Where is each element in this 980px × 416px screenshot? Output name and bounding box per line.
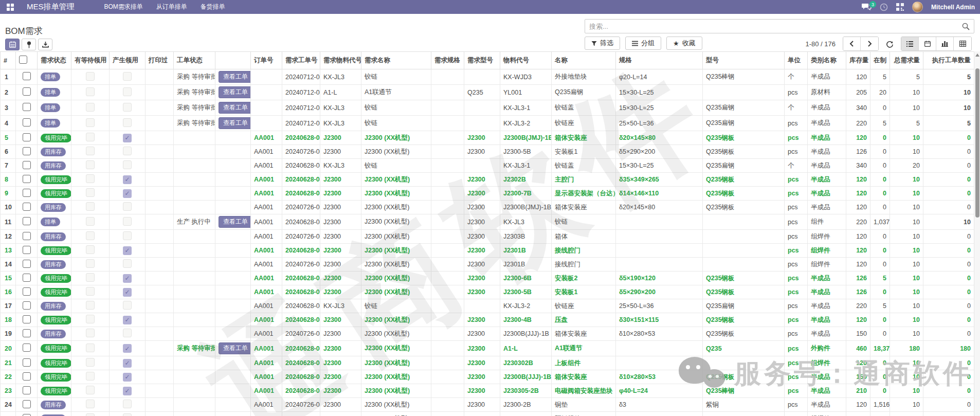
download-button[interactable]	[38, 39, 52, 50]
gen-pick-checkbox[interactable]	[123, 400, 132, 408]
gen-pick-checkbox[interactable]	[123, 202, 132, 211]
row-checkbox[interactable]	[23, 189, 31, 197]
gen-pick-checkbox[interactable]: ✓	[123, 359, 132, 368]
waiting-pick-checkbox[interactable]	[86, 133, 95, 141]
calendar-view-button[interactable]	[919, 37, 936, 50]
pager-prev-button[interactable]	[843, 37, 861, 50]
waiting-pick-checkbox[interactable]	[86, 231, 95, 240]
row-checkbox[interactable]	[23, 386, 31, 394]
row-checkbox[interactable]	[23, 315, 31, 323]
col-header-order-no[interactable]: 订单号	[251, 52, 282, 69]
col-header-spec[interactable]: 规格	[616, 52, 703, 69]
user-menu[interactable]	[912, 2, 923, 12]
waiting-pick-checkbox[interactable]	[86, 174, 95, 183]
menu-item-bom[interactable]: BOM需求排单	[104, 3, 143, 11]
gen-pick-checkbox[interactable]	[123, 217, 132, 226]
filter-button[interactable]: 筛选	[585, 37, 620, 50]
waiting-pick-checkbox[interactable]	[86, 287, 95, 296]
col-header-need-wo-no[interactable]: 需求工单号	[282, 52, 320, 69]
gen-pick-checkbox[interactable]	[123, 72, 132, 81]
gen-pick-checkbox[interactable]	[123, 231, 132, 240]
row-checkbox[interactable]	[23, 161, 31, 169]
gen-pick-checkbox[interactable]	[123, 118, 132, 127]
col-header-need-model[interactable]: 需求型号	[464, 52, 500, 69]
chart-view-button[interactable]	[936, 37, 954, 50]
row-checkbox[interactable]	[23, 203, 31, 211]
row-checkbox[interactable]	[23, 118, 31, 126]
col-header-unit[interactable]: 单位	[785, 52, 808, 69]
group-by-button[interactable]: 分组	[625, 37, 661, 50]
waiting-pick-checkbox[interactable]	[86, 245, 95, 254]
gen-pick-checkbox[interactable]	[123, 87, 132, 96]
col-header-exec-wo-qty[interactable]: 执行工单数量	[923, 52, 974, 69]
waiting-pick-checkbox[interactable]	[86, 72, 95, 81]
activity-clock-button[interactable]	[880, 3, 888, 11]
col-header-gen-pick[interactable]: 产生领用	[110, 52, 146, 69]
waiting-pick-checkbox[interactable]	[86, 259, 95, 268]
waiting-pick-checkbox[interactable]	[86, 273, 95, 282]
menu-item-from-order[interactable]: 从订单排单	[156, 3, 187, 11]
waiting-pick-checkbox[interactable]	[86, 118, 95, 127]
apps-grid-icon[interactable]	[0, 0, 21, 14]
row-checkbox[interactable]	[23, 87, 31, 96]
row-checkbox[interactable]	[23, 260, 31, 268]
row-checkbox[interactable]	[23, 147, 31, 155]
refresh-button[interactable]	[886, 40, 894, 48]
row-checkbox[interactable]	[23, 72, 31, 80]
row-checkbox[interactable]	[23, 103, 31, 111]
waiting-pick-checkbox[interactable]	[86, 301, 95, 310]
col-header-model[interactable]: 型号	[703, 52, 785, 69]
gen-pick-checkbox[interactable]: ✓	[123, 175, 132, 184]
gen-pick-checkbox[interactable]	[123, 147, 132, 155]
gen-pick-checkbox[interactable]	[123, 413, 132, 416]
row-checkbox[interactable]	[23, 358, 31, 367]
col-header-index[interactable]: #	[1, 52, 16, 69]
row-checkbox[interactable]	[23, 329, 31, 337]
row-checkbox[interactable]	[23, 217, 31, 225]
gen-pick-checkbox[interactable]: ✓	[123, 316, 132, 324]
col-header-printed[interactable]: 打印过	[146, 52, 174, 69]
calendar-button[interactable]	[5, 39, 20, 50]
row-checkbox[interactable]	[23, 400, 31, 408]
view-workorder-button[interactable]: 查看工单	[219, 71, 251, 83]
search-input[interactable]	[585, 23, 962, 30]
row-checkbox[interactable]	[23, 287, 31, 296]
gen-pick-checkbox[interactable]	[123, 259, 132, 268]
gen-pick-checkbox[interactable]: ✓	[123, 134, 132, 142]
gen-pick-checkbox[interactable]: ✓	[123, 246, 132, 255]
pin-button[interactable]	[22, 39, 36, 50]
vertical-scrollbar[interactable]	[974, 51, 980, 416]
row-checkbox[interactable]	[23, 175, 31, 183]
waiting-pick-checkbox[interactable]	[86, 329, 95, 337]
search-icon[interactable]	[962, 23, 970, 30]
waiting-pick-checkbox[interactable]	[86, 147, 95, 155]
gen-pick-checkbox[interactable]: ✓	[123, 373, 132, 382]
scroll-up-arrow-icon[interactable]	[975, 53, 979, 57]
row-checkbox[interactable]	[23, 246, 31, 254]
messages-button[interactable]: 3	[862, 3, 872, 11]
gen-pick-checkbox[interactable]: ✓	[123, 387, 132, 395]
waiting-pick-checkbox[interactable]	[86, 188, 95, 197]
col-header-total-demand[interactable]: 总需求量	[890, 52, 923, 69]
pager-next-button[interactable]	[861, 37, 878, 50]
gen-pick-checkbox[interactable]	[123, 329, 132, 337]
gen-pick-checkbox[interactable]: ✓	[123, 344, 132, 353]
row-checkbox[interactable]	[23, 301, 31, 310]
gen-pick-checkbox[interactable]: ✓	[123, 288, 132, 297]
view-workorder-button[interactable]: 查看工单	[219, 117, 251, 129]
waiting-pick-checkbox[interactable]	[86, 358, 95, 367]
waiting-pick-checkbox[interactable]	[86, 217, 95, 226]
waiting-pick-checkbox[interactable]	[86, 315, 95, 323]
col-header-wo-status[interactable]: 工单状态	[174, 52, 215, 69]
select-all-checkbox[interactable]	[19, 56, 27, 64]
col-header-name[interactable]: 名称	[552, 52, 616, 69]
scrollbar-thumb[interactable]	[975, 68, 979, 218]
list-view-button[interactable]	[901, 37, 919, 50]
view-workorder-button[interactable]: 查看工单	[219, 86, 251, 98]
col-header-need-status[interactable]: 需求状态	[38, 52, 71, 69]
view-workorder-button[interactable]: 查看工单	[219, 216, 251, 228]
waiting-pick-checkbox[interactable]	[86, 413, 95, 416]
view-workorder-button[interactable]: 查看工单	[219, 342, 251, 354]
favorites-button[interactable]: ★ 收藏	[666, 37, 702, 50]
col-header-wip[interactable]: 在制	[870, 52, 890, 69]
